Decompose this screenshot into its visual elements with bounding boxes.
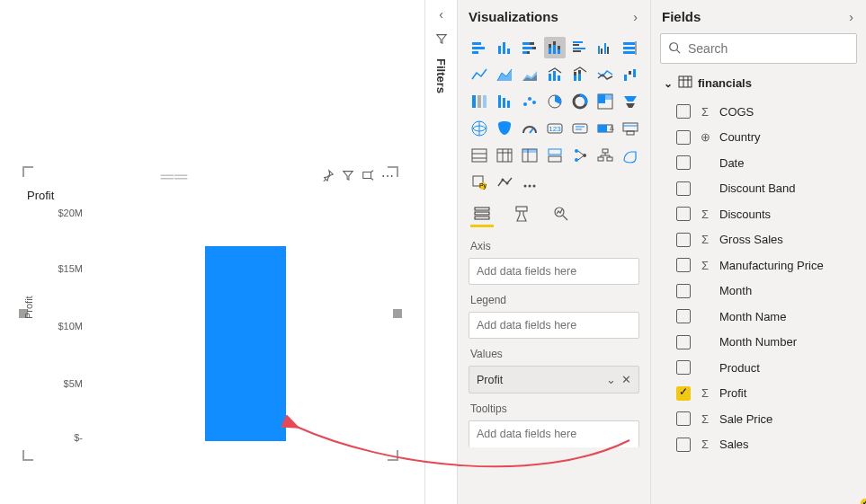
field-row[interactable]: Product — [676, 355, 861, 381]
chevron-right-icon[interactable]: › — [633, 10, 638, 24]
viz-type-icon[interactable] — [519, 37, 540, 58]
viz-type-icon[interactable] — [569, 145, 591, 166]
field-checkbox[interactable] — [676, 284, 691, 298]
field-row[interactable]: ΣDiscounts — [676, 201, 861, 227]
table-node[interactable]: ⌄ ✓ financials — [651, 71, 866, 99]
values-well-item[interactable]: Profit — [477, 374, 503, 386]
field-checkbox[interactable] — [676, 438, 691, 452]
viz-type-icon[interactable] — [494, 172, 515, 193]
filters-pane-collapsed[interactable]: ‹ Filters — [424, 0, 457, 504]
field-checkbox[interactable] — [676, 309, 691, 323]
viz-type-icon[interactable] — [519, 64, 540, 85]
viz-type-icon[interactable] — [544, 37, 566, 58]
viz-type-icon[interactable] — [569, 118, 591, 139]
svg-rect-75 — [497, 149, 512, 162]
field-row[interactable]: Discount Band — [676, 176, 861, 202]
field-row[interactable]: ΣGross Sales — [676, 227, 861, 253]
svg-rect-41 — [624, 75, 627, 81]
field-row[interactable]: ΣProfit — [676, 381, 861, 407]
viz-type-icon[interactable]: Py — [469, 172, 490, 193]
viz-type-icon[interactable] — [594, 145, 616, 166]
field-row[interactable]: ⊕Country — [676, 125, 861, 151]
viz-type-icon[interactable]: 123 — [544, 118, 566, 139]
viz-type-icon[interactable] — [519, 118, 540, 139]
viz-type-icon[interactable] — [620, 118, 641, 139]
viz-type-icon[interactable] — [469, 118, 490, 139]
viz-type-icon[interactable]: Δ — [594, 118, 616, 139]
viz-type-icon[interactable] — [594, 37, 616, 58]
field-row[interactable]: ΣCOGS — [676, 99, 861, 125]
pin-icon[interactable] — [322, 169, 335, 184]
field-row[interactable]: Month Name — [676, 304, 861, 330]
field-row[interactable]: Month Number — [676, 330, 861, 356]
viz-type-icon[interactable] — [620, 145, 641, 166]
field-checkbox[interactable] — [676, 181, 691, 196]
chevron-down-icon[interactable]: ⌄ — [664, 77, 673, 90]
viz-type-icon[interactable] — [569, 91, 591, 112]
report-canvas[interactable]: ══ ⋯ Profit Profit $ — [0, 0, 424, 504]
viz-type-icon[interactable] — [469, 64, 490, 85]
viz-type-icon[interactable] — [569, 37, 591, 58]
viz-type-icon[interactable] — [569, 64, 591, 85]
globe-icon: ⊕ — [698, 130, 712, 144]
fields-search-input[interactable] — [688, 41, 849, 56]
field-checkbox[interactable] — [676, 386, 691, 401]
viz-type-icon[interactable] — [594, 64, 616, 85]
fields-tab-button[interactable] — [470, 202, 494, 227]
viz-type-icon[interactable] — [544, 91, 566, 112]
field-checkbox[interactable] — [676, 207, 691, 221]
tooltips-well[interactable]: Add data fields here — [469, 420, 639, 447]
field-row[interactable]: ΣManufacturing Price — [676, 252, 861, 279]
field-checkbox[interactable] — [676, 233, 691, 247]
visualizations-pane: Visualizations › 123ΔPy Axis Add data fi… — [457, 0, 650, 504]
chevron-left-icon[interactable]: ‹ — [439, 7, 443, 22]
axis-well[interactable]: Add data fields here — [469, 258, 639, 285]
field-checkbox[interactable] — [676, 258, 691, 272]
chart-visual[interactable]: ══ ⋯ Profit Profit $ — [22, 166, 398, 461]
field-checkbox[interactable] — [676, 104, 691, 119]
viz-type-icon[interactable] — [620, 64, 641, 85]
viz-type-icon[interactable] — [469, 145, 490, 166]
focus-mode-icon[interactable] — [362, 169, 374, 184]
remove-field-icon[interactable]: ✕ — [621, 373, 631, 386]
sigma-icon: Σ — [698, 105, 712, 119]
legend-well[interactable]: Add data fields here — [469, 312, 639, 339]
field-checkbox[interactable] — [676, 411, 691, 426]
field-checkbox[interactable] — [676, 130, 691, 145]
drag-grip-icon[interactable]: ══ — [27, 173, 322, 179]
field-checkbox[interactable] — [676, 335, 691, 349]
viz-type-icon[interactable] — [519, 145, 540, 166]
viz-type-icon[interactable] — [494, 91, 515, 112]
field-row[interactable]: Date — [676, 150, 861, 176]
chevron-right-icon[interactable]: › — [849, 10, 853, 24]
field-row[interactable]: Month — [676, 279, 861, 305]
viz-type-icon[interactable] — [469, 91, 490, 112]
viz-type-icon[interactable] — [544, 64, 566, 85]
analytics-tab-button[interactable] — [549, 202, 573, 227]
filter-icon[interactable] — [342, 169, 354, 184]
viz-type-icon[interactable] — [594, 91, 616, 112]
viz-type-icon[interactable] — [494, 37, 515, 58]
viz-type-icon[interactable] — [620, 91, 641, 112]
viz-type-icon[interactable] — [469, 37, 490, 58]
viz-type-icon[interactable] — [494, 145, 515, 166]
viz-type-icon[interactable] — [519, 172, 540, 193]
svg-point-85 — [575, 158, 578, 162]
fields-search[interactable] — [660, 33, 857, 64]
viz-type-icon[interactable] — [494, 118, 515, 139]
viz-type-icon[interactable] — [494, 64, 515, 85]
field-row[interactable]: ΣSale Price — [676, 406, 861, 432]
chart-bar[interactable] — [205, 246, 286, 441]
field-row[interactable]: ΣSales — [676, 432, 861, 458]
viz-type-icon[interactable] — [519, 91, 540, 112]
values-well[interactable]: Profit ⌄ ✕ — [469, 366, 639, 393]
field-checkbox[interactable] — [676, 155, 691, 170]
format-tab-button[interactable] — [510, 202, 533, 227]
field-checkbox[interactable] — [676, 360, 691, 375]
svg-rect-1 — [472, 42, 481, 45]
chevron-down-icon[interactable]: ⌄ — [606, 373, 616, 386]
field-name-label: Gross Sales — [719, 233, 861, 246]
funnel-icon[interactable] — [435, 32, 448, 48]
viz-type-icon[interactable] — [620, 37, 641, 58]
viz-type-icon[interactable] — [544, 145, 566, 166]
